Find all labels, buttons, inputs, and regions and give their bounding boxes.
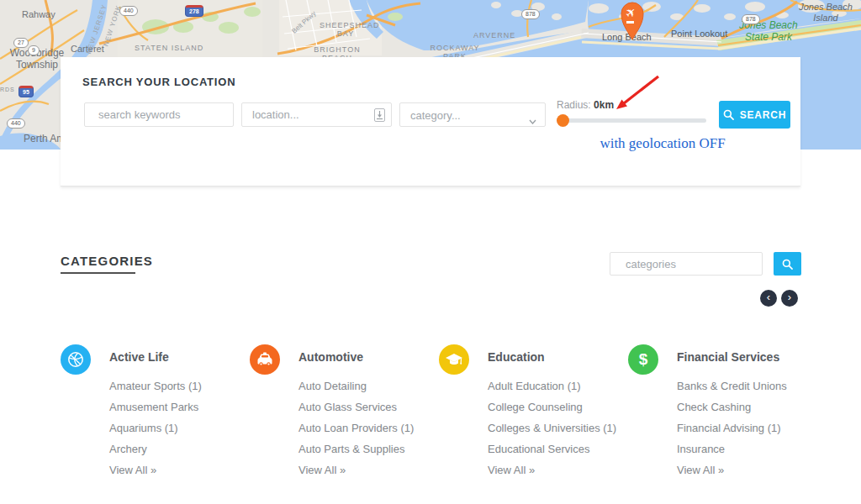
view-all-link[interactable]: View All » <box>488 459 616 480</box>
category-item[interactable]: Check Cashing <box>677 396 787 417</box>
category-item[interactable]: Auto Detailing <box>298 375 414 396</box>
category-column-education: Education Adult Education (1) College Co… <box>439 343 626 481</box>
page: Rahway Carteret Woodbridge Township Pert… <box>0 0 861 504</box>
category-item[interactable]: Auto Glass Services <box>298 396 414 417</box>
radius-label: Radius: 0km <box>557 99 614 111</box>
keywords-input[interactable] <box>84 102 234 127</box>
location-input[interactable] <box>241 102 392 127</box>
map-marker-long-beach[interactable]: ✈ <box>620 1 645 41</box>
category-item[interactable]: Auto Parts & Supplies <box>298 438 414 459</box>
route-shield: 878 <box>742 14 760 24</box>
marker-dash <box>626 21 634 24</box>
graduation-cap-icon <box>439 344 469 375</box>
map-label-point-lookout: Point Lookout <box>671 29 727 39</box>
category-column-active-life: Active Life Amateur Sports (1) Amusement… <box>61 343 247 481</box>
categories-underline <box>61 272 135 274</box>
category-item[interactable]: Insurance <box>677 438 787 459</box>
map-label-perth-amboy: Perth Am <box>24 134 65 145</box>
category-column-automotive: Automotive Auto Detailing Auto Glass Ser… <box>250 343 436 481</box>
annotation-arrow <box>608 71 667 115</box>
category-item[interactable]: Colleges & Universities (1) <box>488 417 616 438</box>
interstate-shield: 95 <box>18 86 34 97</box>
route-shield: 440 <box>119 6 138 16</box>
search-icon <box>782 259 793 270</box>
map-label-arverne: ARVERNE <box>473 31 515 39</box>
map-label-sheepshead-bay: SHEEPSHEAD BAY <box>320 21 372 39</box>
view-all-link[interactable]: View All » <box>109 459 202 480</box>
dollar-icon: $ <box>628 344 658 375</box>
radius-slider-track[interactable] <box>557 118 706 123</box>
view-all-link[interactable]: View All » <box>677 459 787 480</box>
category-title[interactable]: Automotive <box>298 350 363 364</box>
search-panel: SEARCH YOUR LOCATION category... Radius:… <box>61 57 800 186</box>
route-shield: 878 <box>521 9 540 19</box>
category-item[interactable]: Banks & Credit Unions <box>677 375 787 396</box>
basketball-icon <box>61 344 91 375</box>
route-shield: 440 <box>7 118 25 129</box>
category-item[interactable]: Adult Education (1) <box>488 375 616 396</box>
locate-icon[interactable] <box>374 108 385 122</box>
panel-title: SEARCH YOUR LOCATION <box>82 76 235 88</box>
category-item[interactable]: Educational Services <box>488 438 616 459</box>
category-title[interactable]: Financial Services <box>677 350 779 364</box>
carousel-next-button[interactable]: › <box>781 290 798 307</box>
category-item[interactable]: Auto Loan Providers (1) <box>298 417 414 438</box>
chevron-down-icon <box>529 113 536 128</box>
map-label-jones-beach-state-park: Jones Beach State Park <box>730 20 807 44</box>
category-title[interactable]: Active Life <box>109 350 169 364</box>
category-column-financial-services: $ Financial Services Banks & Credit Unio… <box>628 343 815 481</box>
categories-search-button[interactable] <box>774 252 801 276</box>
category-item[interactable]: Aquariums (1) <box>109 417 202 438</box>
view-all-link[interactable]: View All » <box>298 459 414 480</box>
category-item[interactable]: Financial Advising (1) <box>677 417 787 438</box>
location-field <box>241 102 392 127</box>
category-select[interactable]: category... <box>399 102 546 127</box>
map-label-clipped: RDS <box>0 87 15 93</box>
map-label-rahway: Rahway <box>22 9 55 20</box>
category-item[interactable]: College Counseling <box>488 396 616 417</box>
category-item[interactable]: Amusement Parks <box>109 396 202 417</box>
category-item[interactable]: Archery <box>109 438 202 459</box>
annotation-text: with geolocation OFF <box>594 135 732 152</box>
map-label-jones-beach-island: Jones Beach Island <box>794 2 858 23</box>
search-button[interactable]: SEARCH <box>719 101 790 129</box>
category-title[interactable]: Education <box>488 350 545 364</box>
category-select-value: category... <box>410 109 461 122</box>
categories-title: CATEGORIES <box>61 254 153 268</box>
radius-slider-thumb[interactable] <box>557 114 569 127</box>
route-shield: 9 <box>28 45 40 55</box>
interstate-shield: 278 <box>185 5 203 17</box>
map-label-staten-island: STATEN ISLAND <box>135 44 203 52</box>
route-shield: 27 <box>13 38 29 48</box>
search-icon <box>723 109 734 120</box>
category-item[interactable]: Amateur Sports (1) <box>109 375 202 396</box>
taxi-icon <box>250 344 280 375</box>
carousel-prev-button[interactable]: ‹ <box>760 290 777 307</box>
categories-search-input[interactable] <box>610 252 763 276</box>
